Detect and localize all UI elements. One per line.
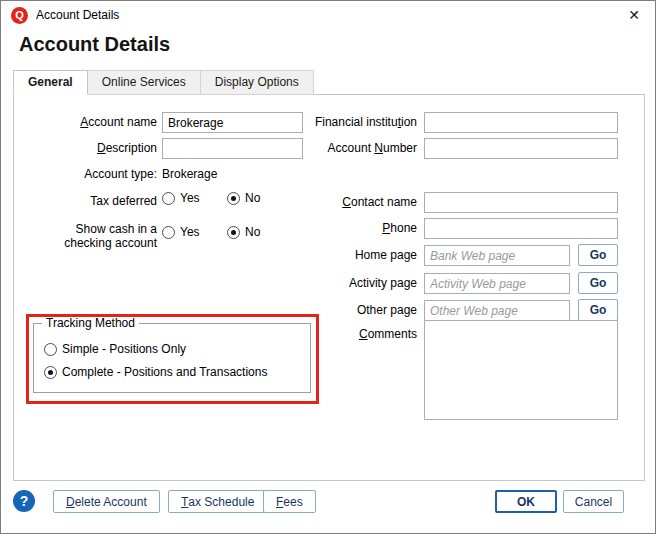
financial-institution-label: Financial institution xyxy=(274,115,417,129)
tab-general[interactable]: General xyxy=(13,70,88,95)
tracking-complete-radio[interactable]: Complete - Positions and Transactions xyxy=(44,365,267,379)
account-number-input[interactable] xyxy=(424,138,618,159)
description-label: Description xyxy=(34,141,157,155)
other-page-input[interactable] xyxy=(424,300,570,321)
tracking-method-title: Tracking Method xyxy=(42,316,139,330)
close-icon[interactable]: ✕ xyxy=(623,4,645,26)
tax-schedule-button[interactable]: Tax Schedule xyxy=(168,490,267,513)
quicken-logo-icon: Q xyxy=(11,7,28,24)
radio-label: No xyxy=(245,191,260,205)
tab-bar: General Online Services Display Options xyxy=(13,70,313,95)
radio-circle-icon xyxy=(227,226,240,239)
contact-name-label: Contact name xyxy=(274,195,417,209)
show-cash-no-radio[interactable]: No xyxy=(227,225,260,239)
radio-label: Yes xyxy=(180,225,200,239)
radio-label: No xyxy=(245,225,260,239)
tax-deferred-label: Tax deferred xyxy=(34,194,157,208)
tax-deferred-yes-radio[interactable]: Yes xyxy=(162,191,200,205)
radio-circle-icon xyxy=(162,192,175,205)
ok-button[interactable]: OK xyxy=(495,490,557,513)
radio-circle-icon xyxy=(162,226,175,239)
phone-label: Phone xyxy=(274,221,417,235)
contact-name-input[interactable] xyxy=(424,192,618,213)
radio-circle-icon xyxy=(227,192,240,205)
financial-institution-input[interactable] xyxy=(424,112,618,133)
activity-page-input[interactable] xyxy=(424,273,570,294)
titlebar: Q Account Details ✕ xyxy=(1,1,655,29)
tab-display-options[interactable]: Display Options xyxy=(200,70,314,95)
page-title: Account Details xyxy=(19,33,170,56)
account-type-value: Brokerage xyxy=(162,167,217,181)
tab-online-services[interactable]: Online Services xyxy=(87,70,201,95)
cancel-button[interactable]: Cancel xyxy=(563,490,624,513)
radio-circle-icon xyxy=(44,343,57,356)
radio-label: Complete - Positions and Transactions xyxy=(62,365,267,379)
comments-label: Comments xyxy=(294,327,417,341)
account-number-label: Account Number xyxy=(274,141,417,155)
phone-input[interactable] xyxy=(424,218,618,239)
show-cash-yes-radio[interactable]: Yes xyxy=(162,225,200,239)
home-page-input[interactable] xyxy=(424,245,570,266)
account-name-label: Account name xyxy=(34,115,157,129)
radio-circle-icon xyxy=(44,366,57,379)
home-page-go-button[interactable]: Go xyxy=(578,244,618,266)
show-cash-label: Show cash in a checking account xyxy=(34,222,157,250)
home-page-label: Home page xyxy=(274,248,417,262)
radio-label: Yes xyxy=(180,191,200,205)
account-details-dialog: Q Account Details ✕ Account Details Gene… xyxy=(0,0,656,534)
window-title: Account Details xyxy=(36,8,119,22)
account-type-label: Account type: xyxy=(34,167,157,181)
general-tab-panel: Account name Description Account type: B… xyxy=(13,94,645,481)
activity-page-label: Activity page xyxy=(274,276,417,290)
other-page-go-button[interactable]: Go xyxy=(578,299,618,321)
help-button[interactable]: ? xyxy=(13,490,35,512)
tax-deferred-no-radio[interactable]: No xyxy=(227,191,260,205)
tracking-method-groupbox: Tracking Method Simple - Positions Only … xyxy=(33,323,311,393)
activity-page-go-button[interactable]: Go xyxy=(578,272,618,294)
radio-label: Simple - Positions Only xyxy=(62,342,186,356)
other-page-label: Other page xyxy=(274,303,417,317)
comments-textarea[interactable] xyxy=(424,320,618,420)
tracking-simple-radio[interactable]: Simple - Positions Only xyxy=(44,342,186,356)
delete-account-button[interactable]: Delete Account xyxy=(53,490,160,513)
fees-button[interactable]: Fees xyxy=(263,490,316,513)
